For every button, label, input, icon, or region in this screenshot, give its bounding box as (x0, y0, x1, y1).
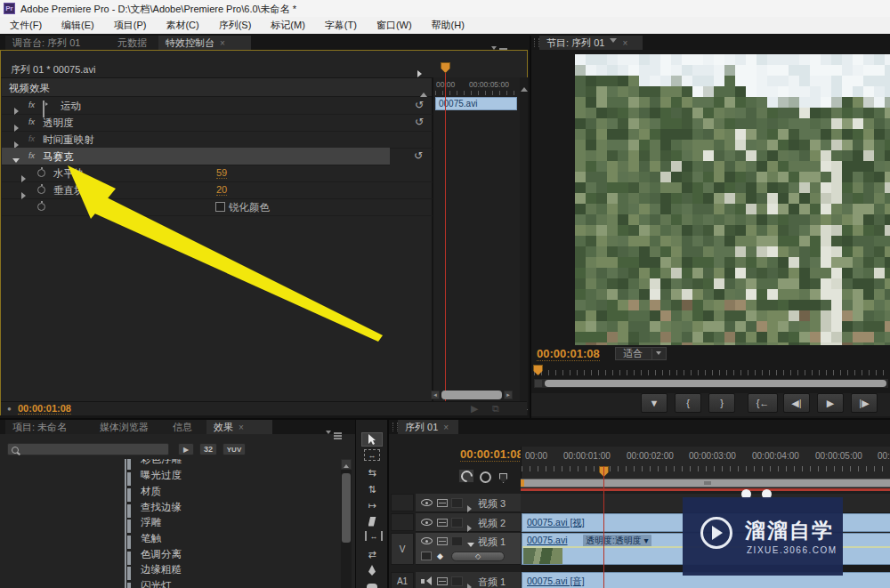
track-select-tool[interactable]: ↔ (364, 449, 380, 461)
reset-mosaic-icon[interactable]: ↺ (414, 149, 423, 162)
menu-title[interactable]: 字幕(T) (315, 19, 367, 32)
program-scrollbar-thumb[interactable] (545, 380, 886, 387)
add-marker-button[interactable]: ▼ (641, 393, 668, 413)
menu-marker[interactable]: 标记(M) (261, 19, 315, 32)
hscroll-left-icon[interactable]: ◂ (431, 391, 440, 399)
slip-tool[interactable]: ↔ (365, 531, 383, 541)
effect-list-item[interactable]: 材质 (125, 487, 126, 503)
mark-out-button[interactable]: } (708, 393, 735, 413)
program-ruler[interactable] (534, 370, 888, 375)
scroll-up-icon[interactable] (341, 459, 352, 470)
set-display-style-icon[interactable] (421, 552, 432, 560)
menu-file[interactable]: 文件(F) (0, 19, 52, 32)
keyframe-hollow-icon[interactable]: ◇ (475, 552, 481, 560)
sync-lock-icon[interactable] (437, 499, 448, 507)
sharp-colors-checkbox[interactable] (215, 202, 225, 212)
effect-row-time-remapping[interactable]: fx 时间重映射 (2, 131, 433, 149)
param-row-horizontal-blocks[interactable]: 水平块 59 (2, 165, 433, 182)
effect-list-item[interactable]: 边缘粗糙 (125, 566, 126, 582)
effect-row-opacity[interactable]: fx 透明度 ↺ (2, 114, 433, 132)
accelerated-effects-filter-button[interactable]: ▶ (178, 443, 194, 455)
step-forward-button[interactable]: |▶ (851, 393, 878, 413)
razor-tool[interactable] (361, 514, 383, 528)
hand-tool[interactable] (361, 580, 383, 588)
program-timecode[interactable]: 00:00:01:08 (537, 347, 600, 361)
menu-edit[interactable]: 编辑(E) (52, 19, 104, 32)
sequence-settings-icon[interactable] (480, 471, 491, 487)
stopwatch-icon[interactable] (37, 186, 45, 194)
step-back-button[interactable]: ◀| (783, 393, 810, 413)
export-frame-icon[interactable]: ⧉ (492, 403, 499, 415)
track-lock-toggle[interactable] (451, 518, 463, 528)
effect-row-mosaic-selected[interactable]: fx 马赛克 (2, 148, 390, 165)
program-scrollbar-track[interactable] (534, 379, 888, 388)
program-scroll-left-icon[interactable] (534, 379, 543, 388)
work-area-grip[interactable] (704, 481, 711, 485)
tab-media-browser[interactable]: 媒体浏览器 (93, 420, 173, 434)
effect-controls-timecode[interactable]: 00:00:01:08 (18, 403, 71, 415)
timeline-playhead-line[interactable] (603, 466, 604, 588)
sync-lock-icon[interactable] (437, 519, 448, 527)
mini-ruler-ticks[interactable] (435, 91, 520, 95)
stopwatch-icon[interactable] (37, 203, 45, 211)
effect-row-motion[interactable]: fx 运动 ↺ (2, 97, 433, 115)
filter-yuv-button[interactable]: YUV (222, 443, 246, 455)
sync-lock-icon[interactable] (437, 537, 448, 545)
mark-in-button[interactable]: { (675, 393, 701, 413)
rolling-edit-tool[interactable]: ⇅ (361, 482, 383, 496)
menu-clip[interactable]: 素材(C) (156, 19, 208, 32)
menu-project[interactable]: 项目(P) (104, 19, 157, 32)
play-audio-icon[interactable]: ▶ (471, 403, 478, 415)
effects-vertical-scrollbar[interactable] (520, 77, 528, 415)
pen-tool[interactable] (361, 563, 383, 577)
go-to-in-button[interactable]: {← (748, 393, 778, 413)
filter-32bit-button[interactable]: 32 (199, 443, 217, 455)
track-lock-toggle[interactable] (451, 536, 463, 546)
fx-badge-icon[interactable]: fx (28, 151, 35, 160)
reset-opacity-icon[interactable]: ↺ (415, 116, 424, 128)
selection-tool[interactable] (361, 432, 383, 447)
clip-fx-badge[interactable]: 透明度:透明度 ▾ (583, 535, 651, 547)
track-badge-v1[interactable]: V (391, 533, 414, 565)
add-keyframe-icon[interactable]: ◆ (437, 552, 443, 560)
menu-window[interactable]: 窗口(W) (367, 19, 422, 32)
sync-lock-icon[interactable] (437, 577, 448, 585)
effects-search-input[interactable] (7, 443, 169, 455)
reset-motion-icon[interactable]: ↺ (415, 99, 424, 111)
fx-badge-icon[interactable]: fx (28, 101, 35, 109)
track-badge-v3[interactable] (391, 494, 414, 511)
timeline-marker-icon[interactable] (499, 471, 507, 487)
tab-effect-controls[interactable]: 特效控制台 × (158, 36, 251, 50)
timeline-ruler[interactable]: 00:00 00:00:01:00 00:00:02:00 00:00:03:0… (521, 447, 890, 479)
track-lock-toggle[interactable] (451, 576, 463, 586)
expand-track-icon[interactable] (467, 578, 475, 588)
tab-program-monitor[interactable]: 节目: 序列 01 × (539, 36, 643, 50)
tab-metadata[interactable]: 元数据 (110, 36, 166, 50)
toggle-track-output-icon[interactable] (421, 519, 433, 526)
param-row-vertical-blocks[interactable]: 垂直块 20 (2, 181, 433, 199)
vertical-blocks-value[interactable]: 20 (216, 184, 227, 196)
ripple-edit-tool[interactable]: ⇆ (361, 465, 383, 479)
effect-list-item[interactable]: 曝光过度 (125, 471, 126, 487)
close-icon[interactable]: × (443, 423, 449, 432)
snap-toggle-button[interactable] (458, 469, 474, 483)
mini-timeline-clip[interactable]: 00075.avi (435, 97, 517, 110)
toggle-track-output-icon[interactable] (421, 537, 433, 544)
work-area-start-handle[interactable] (521, 479, 524, 487)
track-badge-a1[interactable]: A1 (391, 572, 414, 588)
effects-playhead-icon[interactable] (441, 62, 450, 73)
effects-list-scrollbar[interactable] (341, 459, 352, 588)
tab-effects[interactable]: 效果 × (206, 420, 272, 434)
track-lock-toggle[interactable] (451, 498, 463, 508)
close-icon[interactable]: × (622, 38, 627, 48)
close-icon[interactable]: × (239, 423, 244, 432)
hscroll-thumb[interactable] (441, 391, 502, 399)
toggle-track-output-icon[interactable] (421, 499, 433, 506)
close-icon[interactable]: × (220, 38, 225, 48)
effect-list-item[interactable]: 笔触 (125, 535, 126, 551)
slide-tool[interactable]: ⇄ (361, 547, 383, 561)
fit-dropdown[interactable]: 适合 (615, 347, 667, 360)
panel-menu-icon[interactable] (326, 424, 342, 440)
hscroll-right-icon[interactable]: ▸ (504, 391, 513, 399)
stopwatch-icon[interactable] (37, 169, 45, 177)
